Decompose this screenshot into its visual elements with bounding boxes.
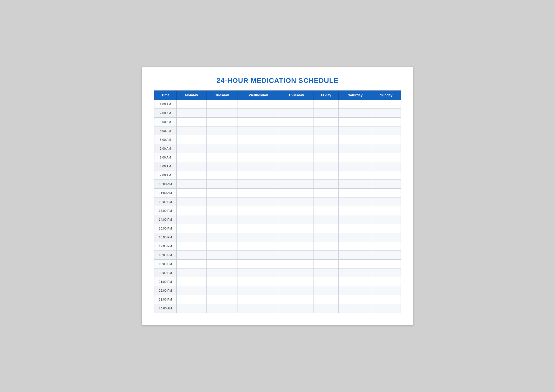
schedule-cell[interactable] — [339, 109, 372, 118]
schedule-cell[interactable] — [372, 197, 401, 206]
schedule-cell[interactable] — [238, 180, 279, 189]
schedule-cell[interactable] — [238, 109, 279, 118]
schedule-cell[interactable] — [314, 286, 338, 295]
schedule-cell[interactable] — [372, 286, 401, 295]
schedule-cell[interactable] — [206, 180, 238, 189]
schedule-cell[interactable] — [177, 171, 207, 180]
schedule-cell[interactable] — [279, 135, 314, 144]
schedule-cell[interactable] — [314, 268, 338, 277]
schedule-cell[interactable] — [177, 215, 207, 224]
schedule-cell[interactable] — [177, 109, 207, 118]
schedule-cell[interactable] — [279, 126, 314, 135]
schedule-cell[interactable] — [206, 126, 238, 135]
schedule-cell[interactable] — [372, 215, 401, 224]
schedule-cell[interactable] — [206, 135, 238, 144]
schedule-cell[interactable] — [314, 277, 338, 286]
schedule-cell[interactable] — [314, 206, 338, 215]
schedule-cell[interactable] — [279, 304, 314, 313]
schedule-cell[interactable] — [206, 144, 238, 153]
schedule-cell[interactable] — [206, 162, 238, 171]
schedule-cell[interactable] — [206, 242, 238, 251]
schedule-cell[interactable] — [339, 135, 372, 144]
schedule-cell[interactable] — [206, 100, 238, 109]
schedule-cell[interactable] — [177, 206, 207, 215]
schedule-cell[interactable] — [314, 295, 338, 304]
schedule-cell[interactable] — [279, 260, 314, 268]
schedule-cell[interactable] — [339, 268, 372, 277]
schedule-cell[interactable] — [339, 295, 372, 304]
schedule-cell[interactable] — [279, 100, 314, 109]
schedule-cell[interactable] — [177, 180, 207, 189]
schedule-cell[interactable] — [339, 100, 372, 109]
schedule-cell[interactable] — [314, 233, 338, 242]
schedule-cell[interactable] — [279, 171, 314, 180]
schedule-cell[interactable] — [339, 144, 372, 153]
schedule-cell[interactable] — [314, 126, 338, 135]
schedule-cell[interactable] — [314, 189, 338, 197]
schedule-cell[interactable] — [238, 304, 279, 313]
schedule-cell[interactable] — [206, 153, 238, 162]
schedule-cell[interactable] — [206, 224, 238, 233]
schedule-cell[interactable] — [314, 197, 338, 206]
schedule-cell[interactable] — [279, 118, 314, 126]
schedule-cell[interactable] — [339, 304, 372, 313]
schedule-cell[interactable] — [279, 144, 314, 153]
schedule-cell[interactable] — [314, 118, 338, 126]
schedule-cell[interactable] — [177, 277, 207, 286]
schedule-cell[interactable] — [206, 268, 238, 277]
schedule-cell[interactable] — [279, 233, 314, 242]
schedule-cell[interactable] — [206, 189, 238, 197]
schedule-cell[interactable] — [238, 224, 279, 233]
schedule-cell[interactable] — [238, 162, 279, 171]
schedule-cell[interactable] — [177, 118, 207, 126]
schedule-cell[interactable] — [238, 251, 279, 260]
schedule-cell[interactable] — [177, 286, 207, 295]
schedule-cell[interactable] — [279, 251, 314, 260]
schedule-cell[interactable] — [339, 162, 372, 171]
schedule-cell[interactable] — [314, 153, 338, 162]
schedule-cell[interactable] — [279, 109, 314, 118]
schedule-cell[interactable] — [177, 100, 207, 109]
schedule-cell[interactable] — [339, 118, 372, 126]
schedule-cell[interactable] — [372, 233, 401, 242]
schedule-cell[interactable] — [206, 260, 238, 268]
schedule-cell[interactable] — [206, 233, 238, 242]
schedule-cell[interactable] — [314, 109, 338, 118]
schedule-cell[interactable] — [177, 295, 207, 304]
schedule-cell[interactable] — [314, 144, 338, 153]
schedule-cell[interactable] — [372, 277, 401, 286]
schedule-cell[interactable] — [177, 162, 207, 171]
schedule-cell[interactable] — [339, 277, 372, 286]
schedule-cell[interactable] — [238, 197, 279, 206]
schedule-cell[interactable] — [238, 242, 279, 251]
schedule-cell[interactable] — [177, 304, 207, 313]
schedule-cell[interactable] — [206, 118, 238, 126]
schedule-cell[interactable] — [279, 189, 314, 197]
schedule-cell[interactable] — [206, 197, 238, 206]
schedule-cell[interactable] — [238, 206, 279, 215]
schedule-cell[interactable] — [206, 277, 238, 286]
schedule-cell[interactable] — [372, 153, 401, 162]
schedule-cell[interactable] — [206, 251, 238, 260]
schedule-cell[interactable] — [238, 295, 279, 304]
schedule-cell[interactable] — [238, 171, 279, 180]
schedule-cell[interactable] — [238, 215, 279, 224]
schedule-cell[interactable] — [279, 180, 314, 189]
schedule-cell[interactable] — [177, 153, 207, 162]
schedule-cell[interactable] — [177, 189, 207, 197]
schedule-cell[interactable] — [238, 118, 279, 126]
schedule-cell[interactable] — [339, 197, 372, 206]
schedule-cell[interactable] — [314, 260, 338, 268]
schedule-cell[interactable] — [177, 135, 207, 144]
schedule-cell[interactable] — [314, 215, 338, 224]
schedule-cell[interactable] — [279, 242, 314, 251]
schedule-cell[interactable] — [339, 224, 372, 233]
schedule-cell[interactable] — [314, 162, 338, 171]
schedule-cell[interactable] — [279, 153, 314, 162]
schedule-cell[interactable] — [279, 224, 314, 233]
schedule-cell[interactable] — [339, 286, 372, 295]
schedule-cell[interactable] — [177, 126, 207, 135]
schedule-cell[interactable] — [279, 277, 314, 286]
schedule-cell[interactable] — [238, 144, 279, 153]
schedule-cell[interactable] — [314, 180, 338, 189]
